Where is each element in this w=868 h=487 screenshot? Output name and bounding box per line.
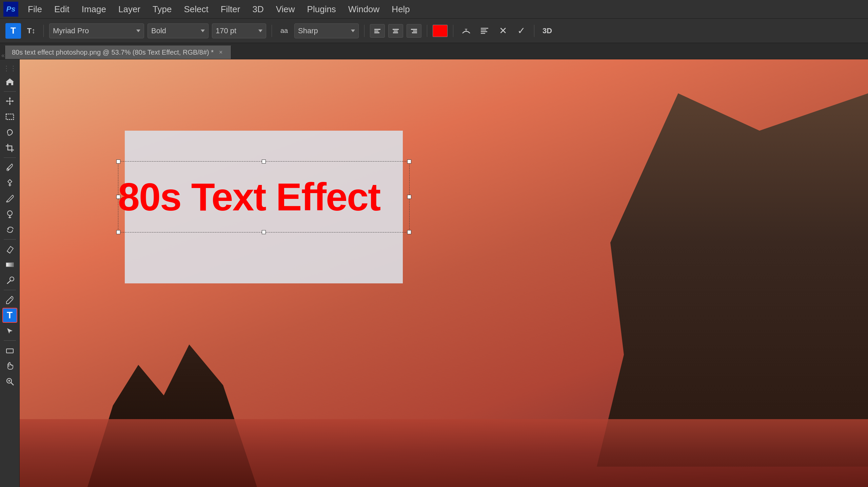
path-select-tool-button[interactable] (2, 323, 17, 338)
svg-rect-2 (374, 32, 379, 33)
lasso-tool-button[interactable] (2, 125, 17, 140)
canvas-area[interactable]: 80s Text Effect (20, 59, 868, 487)
font-style-chevron-icon (201, 30, 205, 32)
svg-rect-8 (412, 32, 417, 33)
hand-icon (5, 361, 15, 371)
warp-text-button[interactable]: T (459, 24, 474, 38)
menu-file[interactable]: File (22, 2, 48, 17)
svg-rect-5 (393, 32, 398, 33)
menu-help[interactable]: Help (386, 2, 416, 17)
svg-line-28 (11, 382, 14, 385)
eraser-icon (5, 244, 15, 254)
align-right-button[interactable] (407, 24, 421, 38)
home-icon (5, 77, 15, 87)
svg-point-24 (10, 277, 14, 281)
shape-tool-button[interactable] (2, 343, 17, 358)
toggle-text-orient-button[interactable]: T↕ (24, 24, 38, 38)
menu-view[interactable]: View (270, 2, 301, 17)
main-area: ⋮⋮ (0, 59, 868, 487)
font-size-dropdown[interactable]: 170 pt (212, 23, 266, 38)
toolbar-scroll-indicator: ⋮⋮ (0, 63, 19, 74)
clone-stamp-tool-button[interactable] (2, 207, 17, 222)
separator-1 (43, 25, 44, 37)
clone-stamp-icon (5, 209, 15, 219)
char-para-icon (479, 26, 490, 36)
text-color-swatch[interactable] (433, 25, 448, 37)
crop-icon (5, 143, 15, 153)
svg-line-25 (7, 281, 11, 284)
gradient-tool-button[interactable] (2, 257, 17, 272)
zoom-icon (5, 377, 15, 386)
menu-window[interactable]: Window (342, 2, 386, 17)
history-brush-tool-button[interactable] (2, 222, 17, 237)
home-tool-button[interactable] (2, 74, 17, 89)
brush-tool-button[interactable] (2, 191, 17, 206)
anti-alias-dropdown[interactable]: Sharp (294, 23, 359, 38)
path-select-icon (5, 326, 15, 336)
zoom-tool-button[interactable] (2, 374, 17, 389)
font-style-dropdown[interactable]: Bold (147, 23, 209, 38)
tool-separator-2 (4, 157, 16, 158)
svg-rect-0 (374, 29, 380, 30)
anti-alias-icon: aa (277, 24, 291, 38)
align-center-icon (392, 27, 399, 35)
tab-title: 80s text effect photoshop.png @ 53.7% (8… (12, 49, 214, 56)
hand-tool-button[interactable] (2, 358, 17, 373)
tab-close-button[interactable]: × (218, 48, 224, 57)
type-tool-icon: T (5, 23, 21, 39)
svg-point-19 (7, 211, 12, 216)
text-canvas-layer (125, 131, 403, 283)
eyedropper-tool-button[interactable] (2, 160, 17, 175)
move-icon (5, 96, 15, 106)
move-tool-button[interactable] (2, 94, 17, 109)
align-left-icon (374, 27, 381, 35)
pen-icon (5, 295, 15, 304)
svg-rect-6 (411, 29, 417, 30)
tool-separator-3 (4, 239, 16, 240)
pen-tool-button[interactable] (2, 292, 17, 307)
svg-rect-14 (6, 114, 14, 119)
align-left-button[interactable] (370, 24, 385, 38)
separator-5 (453, 25, 453, 37)
3d-button[interactable]: 3D (540, 24, 555, 38)
menu-layer[interactable]: Layer (112, 2, 146, 17)
svg-rect-12 (481, 31, 487, 32)
tab-bar: « 80s text effect photoshop.png @ 53.7% … (0, 43, 868, 59)
dodge-tool-button[interactable] (2, 273, 17, 288)
separator-6 (534, 25, 534, 37)
commit-button[interactable]: ✓ (514, 24, 529, 38)
gradient-icon (5, 260, 15, 269)
svg-text:T: T (465, 28, 468, 33)
document-tab[interactable]: 80s text effect photoshop.png @ 53.7% (8… (5, 45, 231, 59)
warp-text-icon: T (461, 26, 471, 36)
type-tool-label: T (7, 310, 13, 321)
char-para-panel-button[interactable] (477, 24, 492, 38)
healing-brush-tool-button[interactable] (2, 175, 17, 190)
menu-plugins[interactable]: Plugins (301, 2, 342, 17)
svg-line-22 (7, 251, 10, 253)
menu-edit[interactable]: Edit (48, 2, 76, 17)
menu-image[interactable]: Image (76, 2, 112, 17)
type-tool-button[interactable]: T (2, 308, 17, 323)
app-logo: Ps (3, 2, 18, 17)
rect-select-icon (5, 112, 15, 121)
rect-select-tool-button[interactable] (2, 109, 17, 124)
menu-3d[interactable]: 3D (246, 2, 270, 17)
menu-filter[interactable]: Filter (215, 2, 246, 17)
svg-rect-7 (413, 31, 417, 32)
tabs-scroll-left[interactable]: « (0, 52, 5, 59)
menu-select[interactable]: Select (178, 2, 214, 17)
svg-rect-26 (6, 349, 13, 353)
svg-rect-23 (6, 263, 14, 267)
crop-tool-button[interactable] (2, 141, 17, 155)
align-center-button[interactable] (388, 24, 403, 38)
cancel-button[interactable]: ✕ (495, 24, 510, 38)
brush-icon (5, 194, 15, 203)
menu-type[interactable]: Type (146, 2, 178, 17)
left-toolbar: ⋮⋮ (0, 59, 20, 487)
water-area (20, 419, 868, 487)
separator-4 (427, 25, 427, 37)
eraser-tool-button[interactable] (2, 242, 17, 257)
font-family-dropdown[interactable]: Myriad Pro (49, 23, 144, 38)
align-right-icon (410, 27, 418, 35)
